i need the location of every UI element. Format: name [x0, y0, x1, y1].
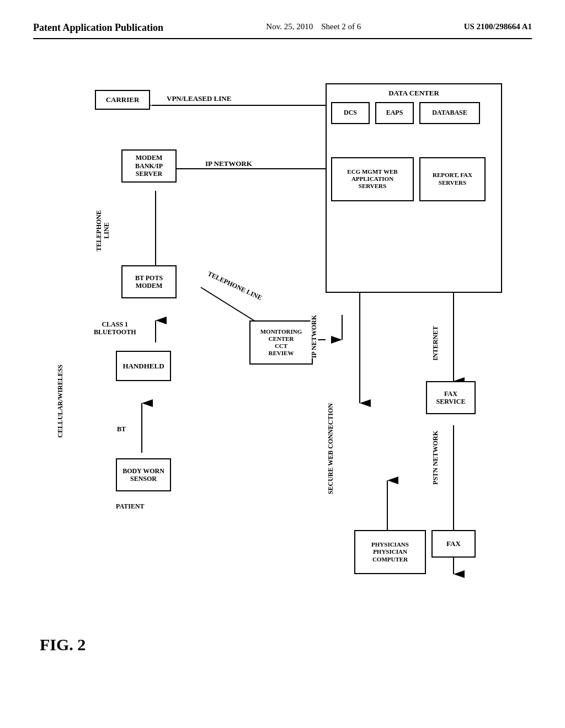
- header-patent-number: US 2100/298664 A1: [464, 22, 532, 31]
- bt-pots-box: BT POTS MODEM: [121, 265, 177, 298]
- secure-web-label: SECURE WEB CONNECTION: [327, 403, 334, 494]
- ip-network-mid-label: IP NETWORK: [310, 315, 318, 358]
- class1-bluetooth-label: CLASS 1 BLUETOOTH: [94, 320, 136, 336]
- modem-bank-box: MODEM BANK/IP SERVER: [121, 149, 177, 183]
- database-box: DATABASE: [419, 102, 480, 124]
- fax-service-box: FAX SERVICE: [426, 381, 476, 414]
- bt-label: BT: [117, 425, 126, 433]
- ecg-mgmt-box: ECG MGMT WEB APPLICATION SERVERS: [331, 157, 414, 201]
- vpn-leased-label: VPN/LEASED LINE: [167, 94, 231, 103]
- eaps-box: EAPS: [375, 102, 414, 124]
- patient-label: PATIENT: [116, 502, 145, 510]
- header-date: Nov. 25, 2010: [266, 22, 313, 31]
- data-center-label: DATA CENTER: [331, 89, 497, 98]
- physician-computer-box: PHYSICIANS PHYSICIAN COMPUTER: [354, 530, 426, 574]
- page-header: Patent Application Publication Nov. 25, …: [33, 22, 532, 39]
- ip-network-top-label: IP NETWORK: [205, 159, 252, 168]
- monitoring-center-box: MONITORING CENTER CCT REVIEW: [249, 320, 313, 365]
- handheld-box: HANDHELD: [116, 351, 171, 381]
- diagram: CARRIER VPN/LEASED LINE MODEM BANK/IP SE…: [34, 50, 531, 679]
- carrier-box: CARRIER: [95, 90, 150, 110]
- header-date-sheet: Nov. 25, 2010 Sheet 2 of 6: [266, 22, 361, 31]
- data-center-box: DATA CENTER DCS EAPS DATABASE ECG MGMT W…: [326, 83, 502, 293]
- header-sheet: Sheet 2 of 6: [321, 22, 361, 31]
- body-worn-box: BODY WORN SENSOR: [116, 458, 171, 491]
- page: Patent Application Publication Nov. 25, …: [0, 0, 565, 728]
- dcs-box: DCS: [331, 102, 370, 124]
- telephone-line-label: TELEPHONE LINE: [95, 210, 111, 251]
- header-title: Patent Application Publication: [33, 22, 163, 34]
- report-fax-box: REPORT, FAX SERVERS: [419, 157, 486, 201]
- fig-label: FIG. 2: [40, 635, 86, 655]
- fax-box: FAX: [431, 530, 476, 558]
- internet-label: INTERNET: [431, 326, 439, 361]
- pstn-network-label: PSTN NETWORK: [431, 431, 439, 485]
- cellular-wireless-label: CELLULAR/WIRELESS: [56, 365, 64, 438]
